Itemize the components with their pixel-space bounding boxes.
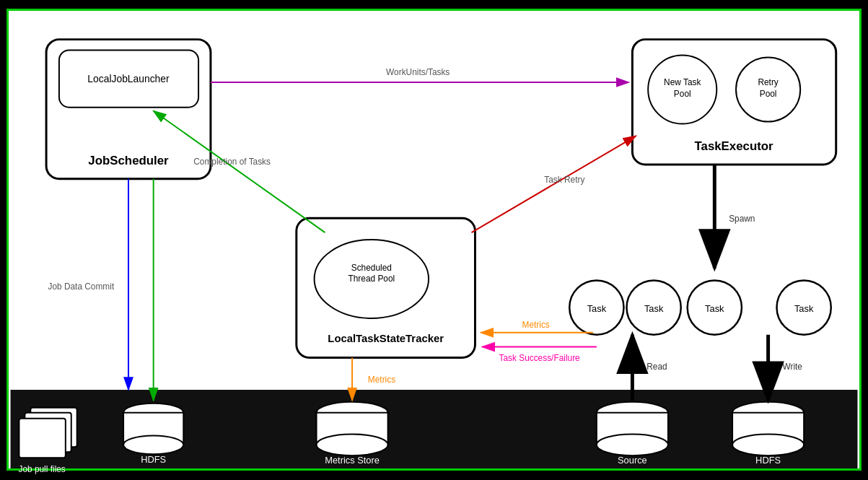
local-job-launcher-label: LocalJobLauncher: [87, 73, 170, 84]
read-label: Read: [646, 362, 667, 372]
svg-text:Thread Pool: Thread Pool: [348, 274, 395, 284]
local-task-state-tracker-label: LocalTaskStateTracker: [328, 333, 444, 344]
task-1-label: Task: [587, 303, 607, 314]
architecture-diagram: LocalJobLauncher JobScheduler New Task P…: [9, 11, 859, 468]
job-pull-files-label: Job pull files: [18, 464, 65, 474]
job-data-commit-label: Job Data Commit: [48, 282, 114, 292]
svg-rect-18: [19, 419, 65, 458]
spawn-label: Spawn: [729, 214, 755, 224]
metrics-down-label: Metrics: [368, 375, 395, 385]
hdfs1-label: HDFS: [141, 454, 166, 465]
scheduled-thread-pool-label: Scheduled: [351, 263, 392, 273]
task-success-failure-label: Task Success/Failure: [499, 353, 581, 363]
svg-text:Pool: Pool: [760, 89, 777, 99]
svg-point-27: [597, 434, 668, 455]
retry-pool-label: Retry: [758, 77, 778, 87]
metrics-horiz-label: Metrics: [522, 320, 550, 330]
svg-text:Pool: Pool: [674, 89, 691, 99]
work-units-label: WorkUnits/Tasks: [386, 67, 450, 77]
diagram-container: LocalJobLauncher JobScheduler New Task P…: [6, 9, 862, 471]
task-executor-label: TaskExecutor: [695, 139, 774, 153]
job-scheduler-label: JobScheduler: [88, 154, 169, 167]
source-label: Source: [618, 455, 647, 466]
task-4-label: Task: [794, 303, 814, 314]
completion-tasks-label: Completion of Tasks: [193, 157, 271, 167]
task-retry-label: Task Retry: [544, 175, 584, 185]
write-label: Write: [782, 362, 802, 372]
hdfs2-label: HDFS: [755, 455, 781, 466]
task-2-label: Task: [644, 303, 664, 314]
task-3-label: Task: [705, 303, 724, 314]
metrics-store-label: Metrics Store: [325, 455, 380, 466]
svg-point-21: [123, 435, 183, 454]
svg-point-24: [317, 434, 388, 455]
svg-point-30: [732, 434, 804, 455]
new-task-pool-label: New Task: [664, 77, 701, 87]
